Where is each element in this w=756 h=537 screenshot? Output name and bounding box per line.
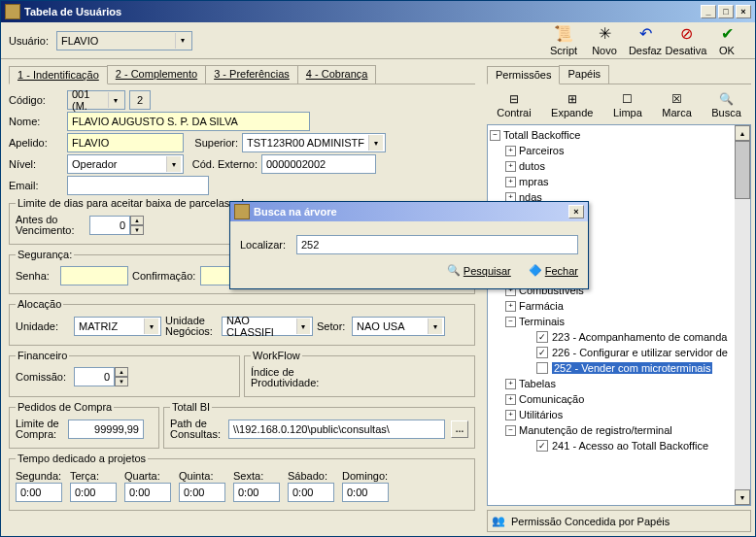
tree-checkbox[interactable]: ✓ [536,347,548,358]
window-titlebar: Tabela de Usuários _ □ × [1,1,755,22]
tree-toggle[interactable]: + [505,301,516,312]
tree-scrollbar[interactable]: ▲ ▼ [735,125,750,505]
scroll-thumb[interactable] [735,141,750,199]
new-icon: ✳ [599,24,611,43]
setor-combo[interactable]: NAO USA [352,317,445,336]
disable-icon: ⊘ [680,24,693,43]
expande-button[interactable]: ⊞Expande [551,92,593,118]
chevron-down-icon [296,319,310,334]
antes-spinner[interactable]: ▲▼ [89,216,144,235]
unidade-combo[interactable]: MATRIZ [74,317,161,336]
codext-input[interactable] [261,154,376,174]
path-input[interactable] [228,420,445,439]
segunda-input[interactable] [16,483,62,502]
tab-identificacao[interactable]: 1 - Indentificação [9,66,108,84]
tree-checkbox[interactable]: ✓ [536,331,548,343]
chevron-down-icon [175,33,189,49]
nivel-combo[interactable]: Operador [67,154,184,174]
comissao-label: Comissão: [16,371,70,383]
close-icon: 🔷 [529,264,542,277]
codigo-label: Código: [9,94,63,106]
busca-button[interactable]: 🔍Busca [711,92,741,118]
limite-compra-input[interactable] [68,420,144,439]
path-label: Path de Consultas: [170,419,224,440]
quinta-input[interactable] [179,483,225,502]
indice-label: Índice de Produtividade: [251,367,321,388]
tab-complemento[interactable]: 2 - Complemento [107,65,206,84]
usuario-label: Usuário: [9,35,49,47]
domingo-input[interactable] [342,483,389,502]
ok-button[interactable]: ✔OK [706,24,747,56]
marca-button[interactable]: ☒Marca [662,92,692,118]
contrai-button[interactable]: ⊟Contrai [497,92,531,118]
unidade-label: Unidade: [16,320,70,332]
sabado-input[interactable] [288,483,334,502]
tree-item-selected[interactable]: 252 - Vender com microterminais [552,362,712,374]
localizar-input[interactable] [296,235,578,254]
dialog-close-button[interactable]: × [568,205,584,218]
tab-preferencias[interactable]: 3 - Preferências [205,65,298,84]
workflow-legend: WorkFlow [251,350,302,361]
tab-cobranca[interactable]: 4 - Cobrança [297,65,377,84]
tree-checkbox[interactable] [536,362,548,374]
scroll-down-button[interactable]: ▼ [735,489,750,505]
totallbi-legend: Totall BI [170,401,212,413]
tree-toggle[interactable]: + [505,394,516,405]
bottom-note: 👥 Permissão Concedida por Papéis [487,510,751,532]
path-browse-button[interactable]: … [451,420,468,438]
unidade-neg-label: Unidade Negócios: [165,316,218,337]
codigo-seq [129,90,151,110]
tree-toggle[interactable]: − [505,317,516,327]
nome-input[interactable] [67,112,310,131]
script-button[interactable]: 📜Script [543,24,584,56]
search-dialog: Busca na árvore × Localizar: 🔍Pesquisar … [229,201,589,289]
tree-toggle[interactable]: + [505,410,516,420]
codext-label: Cód. Externo: [188,158,258,170]
superior-label: Superior: [188,137,238,149]
close-button[interactable]: × [736,5,751,18]
pesquisar-button[interactable]: 🔍Pesquisar [447,264,511,277]
tempo-legend: Tempo dedicado a projetos [16,453,148,464]
desativa-button[interactable]: ⊘Desativa [666,24,706,56]
window-title: Tabela de Usuários [24,6,121,17]
tree-toggle[interactable]: + [505,161,516,172]
quarta-input[interactable] [124,483,171,502]
nome-label: Nome: [9,116,63,127]
tree-toggle[interactable]: + [505,379,516,389]
financeiro-legend: Financeiro [16,350,69,361]
maximize-button[interactable]: □ [718,5,734,18]
tree-toggle[interactable]: + [505,146,516,156]
terca-input[interactable] [70,483,117,502]
chevron-down-icon [108,92,122,108]
sexta-input[interactable] [233,483,280,502]
left-tabs: 1 - Indentificação 2 - Complemento 3 - P… [9,65,475,84]
codigo-combo[interactable]: 001 (M. [67,90,125,110]
tree-toggle[interactable]: − [490,130,500,141]
clear-icon: ☐ [622,92,633,106]
desfaz-button[interactable]: ↶Desfaz [625,24,666,56]
tab-permissoes[interactable]: Permissões [487,66,560,84]
limpa-button[interactable]: ☐Limpa [613,92,642,118]
limite-legend: Limite de dias para aceitar baixa de par… [16,197,246,209]
apelido-input[interactable] [67,133,184,152]
email-input[interactable] [67,176,209,195]
scroll-up-button[interactable]: ▲ [735,125,750,141]
minimize-button[interactable]: _ [701,5,716,18]
check-icon: ✔ [721,24,734,43]
novo-button[interactable]: ✳Novo [584,24,625,56]
script-icon: 📜 [554,24,573,43]
superior-combo[interactable]: TST123R00 ADMINISTF [242,133,386,152]
tree-toggle[interactable]: + [505,177,516,187]
senha-input[interactable] [60,266,128,285]
unidade-neg-combo[interactable]: NAO CLASSIFI [222,317,313,336]
search-icon: 🔍 [719,92,734,106]
apelido-label: Apelido: [9,137,63,149]
usuario-combo[interactable]: FLAVIO [56,31,192,50]
fechar-button[interactable]: 🔷Fechar [529,264,578,277]
tab-papeis[interactable]: Papéis [559,65,609,84]
tree-toggle[interactable]: − [505,425,516,436]
email-label: Email: [9,180,63,191]
comissao-spinner[interactable]: ▲▼ [74,367,128,386]
tree-checkbox[interactable]: ✓ [536,440,548,452]
permissions-tree[interactable]: −Totall Backoffice +Parceiros +dutos +mp… [487,124,751,506]
